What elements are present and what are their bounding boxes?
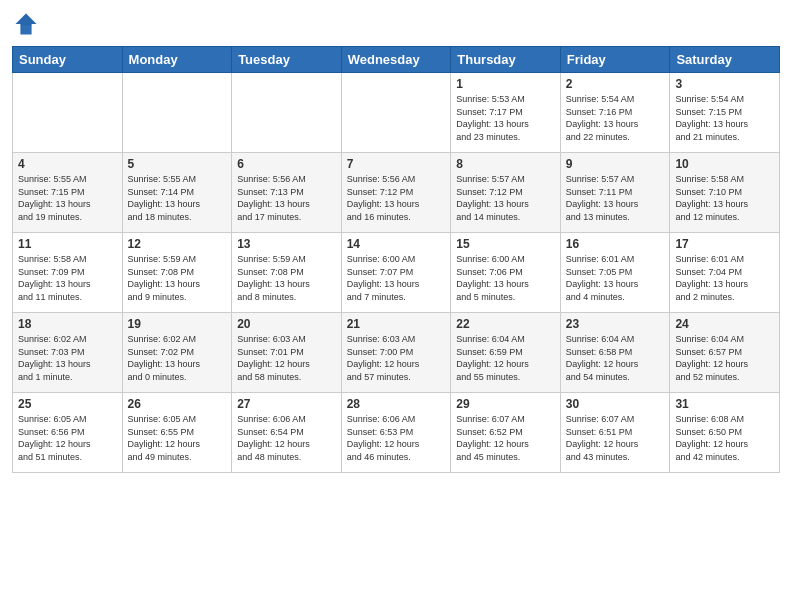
day-cell: 16Sunrise: 6:01 AM Sunset: 7:05 PM Dayli… xyxy=(560,233,670,313)
day-cell: 28Sunrise: 6:06 AM Sunset: 6:53 PM Dayli… xyxy=(341,393,451,473)
day-cell: 20Sunrise: 6:03 AM Sunset: 7:01 PM Dayli… xyxy=(232,313,342,393)
day-cell: 8Sunrise: 5:57 AM Sunset: 7:12 PM Daylig… xyxy=(451,153,561,233)
day-info: Sunrise: 5:56 AM Sunset: 7:12 PM Dayligh… xyxy=(347,173,446,223)
header-cell-thursday: Thursday xyxy=(451,47,561,73)
day-info: Sunrise: 5:55 AM Sunset: 7:14 PM Dayligh… xyxy=(128,173,227,223)
day-info: Sunrise: 6:08 AM Sunset: 6:50 PM Dayligh… xyxy=(675,413,774,463)
day-number: 9 xyxy=(566,157,665,171)
day-number: 10 xyxy=(675,157,774,171)
header-cell-friday: Friday xyxy=(560,47,670,73)
week-row-4: 25Sunrise: 6:05 AM Sunset: 6:56 PM Dayli… xyxy=(13,393,780,473)
day-number: 31 xyxy=(675,397,774,411)
day-info: Sunrise: 6:07 AM Sunset: 6:51 PM Dayligh… xyxy=(566,413,665,463)
day-number: 12 xyxy=(128,237,227,251)
day-number: 28 xyxy=(347,397,446,411)
day-info: Sunrise: 5:54 AM Sunset: 7:15 PM Dayligh… xyxy=(675,93,774,143)
day-info: Sunrise: 5:59 AM Sunset: 7:08 PM Dayligh… xyxy=(237,253,336,303)
day-number: 4 xyxy=(18,157,117,171)
day-cell xyxy=(232,73,342,153)
day-info: Sunrise: 5:57 AM Sunset: 7:11 PM Dayligh… xyxy=(566,173,665,223)
day-info: Sunrise: 6:01 AM Sunset: 7:05 PM Dayligh… xyxy=(566,253,665,303)
day-cell: 15Sunrise: 6:00 AM Sunset: 7:06 PM Dayli… xyxy=(451,233,561,313)
day-number: 27 xyxy=(237,397,336,411)
logo-icon xyxy=(12,10,40,38)
day-cell: 7Sunrise: 5:56 AM Sunset: 7:12 PM Daylig… xyxy=(341,153,451,233)
day-cell: 12Sunrise: 5:59 AM Sunset: 7:08 PM Dayli… xyxy=(122,233,232,313)
header xyxy=(12,10,780,38)
day-cell: 6Sunrise: 5:56 AM Sunset: 7:13 PM Daylig… xyxy=(232,153,342,233)
day-info: Sunrise: 6:04 AM Sunset: 6:58 PM Dayligh… xyxy=(566,333,665,383)
day-number: 22 xyxy=(456,317,555,331)
day-info: Sunrise: 6:02 AM Sunset: 7:02 PM Dayligh… xyxy=(128,333,227,383)
day-info: Sunrise: 6:00 AM Sunset: 7:07 PM Dayligh… xyxy=(347,253,446,303)
week-row-2: 11Sunrise: 5:58 AM Sunset: 7:09 PM Dayli… xyxy=(13,233,780,313)
day-info: Sunrise: 6:07 AM Sunset: 6:52 PM Dayligh… xyxy=(456,413,555,463)
day-cell: 19Sunrise: 6:02 AM Sunset: 7:02 PM Dayli… xyxy=(122,313,232,393)
day-number: 29 xyxy=(456,397,555,411)
day-info: Sunrise: 5:58 AM Sunset: 7:09 PM Dayligh… xyxy=(18,253,117,303)
day-cell: 24Sunrise: 6:04 AM Sunset: 6:57 PM Dayli… xyxy=(670,313,780,393)
day-info: Sunrise: 6:06 AM Sunset: 6:53 PM Dayligh… xyxy=(347,413,446,463)
week-row-1: 4Sunrise: 5:55 AM Sunset: 7:15 PM Daylig… xyxy=(13,153,780,233)
day-info: Sunrise: 6:06 AM Sunset: 6:54 PM Dayligh… xyxy=(237,413,336,463)
day-info: Sunrise: 5:56 AM Sunset: 7:13 PM Dayligh… xyxy=(237,173,336,223)
day-cell: 29Sunrise: 6:07 AM Sunset: 6:52 PM Dayli… xyxy=(451,393,561,473)
day-number: 7 xyxy=(347,157,446,171)
day-cell xyxy=(341,73,451,153)
day-number: 24 xyxy=(675,317,774,331)
svg-marker-1 xyxy=(16,14,37,26)
day-cell: 1Sunrise: 5:53 AM Sunset: 7:17 PM Daylig… xyxy=(451,73,561,153)
week-row-0: 1Sunrise: 5:53 AM Sunset: 7:17 PM Daylig… xyxy=(13,73,780,153)
day-info: Sunrise: 6:01 AM Sunset: 7:04 PM Dayligh… xyxy=(675,253,774,303)
day-cell: 27Sunrise: 6:06 AM Sunset: 6:54 PM Dayli… xyxy=(232,393,342,473)
day-cell: 10Sunrise: 5:58 AM Sunset: 7:10 PM Dayli… xyxy=(670,153,780,233)
day-number: 5 xyxy=(128,157,227,171)
day-number: 14 xyxy=(347,237,446,251)
day-cell: 13Sunrise: 5:59 AM Sunset: 7:08 PM Dayli… xyxy=(232,233,342,313)
header-cell-tuesday: Tuesday xyxy=(232,47,342,73)
day-cell: 17Sunrise: 6:01 AM Sunset: 7:04 PM Dayli… xyxy=(670,233,780,313)
day-number: 3 xyxy=(675,77,774,91)
day-cell: 2Sunrise: 5:54 AM Sunset: 7:16 PM Daylig… xyxy=(560,73,670,153)
day-number: 13 xyxy=(237,237,336,251)
day-number: 15 xyxy=(456,237,555,251)
day-cell: 18Sunrise: 6:02 AM Sunset: 7:03 PM Dayli… xyxy=(13,313,123,393)
day-info: Sunrise: 5:57 AM Sunset: 7:12 PM Dayligh… xyxy=(456,173,555,223)
day-info: Sunrise: 6:04 AM Sunset: 6:59 PM Dayligh… xyxy=(456,333,555,383)
header-cell-sunday: Sunday xyxy=(13,47,123,73)
calendar-table: SundayMondayTuesdayWednesdayThursdayFrid… xyxy=(12,46,780,473)
header-cell-saturday: Saturday xyxy=(670,47,780,73)
day-number: 17 xyxy=(675,237,774,251)
day-number: 21 xyxy=(347,317,446,331)
day-cell: 21Sunrise: 6:03 AM Sunset: 7:00 PM Dayli… xyxy=(341,313,451,393)
day-cell: 31Sunrise: 6:08 AM Sunset: 6:50 PM Dayli… xyxy=(670,393,780,473)
day-number: 18 xyxy=(18,317,117,331)
day-info: Sunrise: 6:00 AM Sunset: 7:06 PM Dayligh… xyxy=(456,253,555,303)
header-cell-wednesday: Wednesday xyxy=(341,47,451,73)
day-cell xyxy=(13,73,123,153)
day-number: 23 xyxy=(566,317,665,331)
day-info: Sunrise: 6:03 AM Sunset: 7:01 PM Dayligh… xyxy=(237,333,336,383)
day-cell: 30Sunrise: 6:07 AM Sunset: 6:51 PM Dayli… xyxy=(560,393,670,473)
day-number: 16 xyxy=(566,237,665,251)
day-info: Sunrise: 6:04 AM Sunset: 6:57 PM Dayligh… xyxy=(675,333,774,383)
main-container: SundayMondayTuesdayWednesdayThursdayFrid… xyxy=(0,0,792,612)
day-info: Sunrise: 5:58 AM Sunset: 7:10 PM Dayligh… xyxy=(675,173,774,223)
day-cell: 22Sunrise: 6:04 AM Sunset: 6:59 PM Dayli… xyxy=(451,313,561,393)
day-cell: 11Sunrise: 5:58 AM Sunset: 7:09 PM Dayli… xyxy=(13,233,123,313)
logo xyxy=(12,10,44,38)
day-number: 25 xyxy=(18,397,117,411)
day-cell: 25Sunrise: 6:05 AM Sunset: 6:56 PM Dayli… xyxy=(13,393,123,473)
day-number: 1 xyxy=(456,77,555,91)
day-number: 19 xyxy=(128,317,227,331)
day-cell: 26Sunrise: 6:05 AM Sunset: 6:55 PM Dayli… xyxy=(122,393,232,473)
day-cell xyxy=(122,73,232,153)
day-info: Sunrise: 5:54 AM Sunset: 7:16 PM Dayligh… xyxy=(566,93,665,143)
day-info: Sunrise: 6:03 AM Sunset: 7:00 PM Dayligh… xyxy=(347,333,446,383)
day-info: Sunrise: 5:53 AM Sunset: 7:17 PM Dayligh… xyxy=(456,93,555,143)
day-cell: 3Sunrise: 5:54 AM Sunset: 7:15 PM Daylig… xyxy=(670,73,780,153)
day-info: Sunrise: 6:02 AM Sunset: 7:03 PM Dayligh… xyxy=(18,333,117,383)
day-info: Sunrise: 6:05 AM Sunset: 6:56 PM Dayligh… xyxy=(18,413,117,463)
header-row: SundayMondayTuesdayWednesdayThursdayFrid… xyxy=(13,47,780,73)
day-cell: 4Sunrise: 5:55 AM Sunset: 7:15 PM Daylig… xyxy=(13,153,123,233)
